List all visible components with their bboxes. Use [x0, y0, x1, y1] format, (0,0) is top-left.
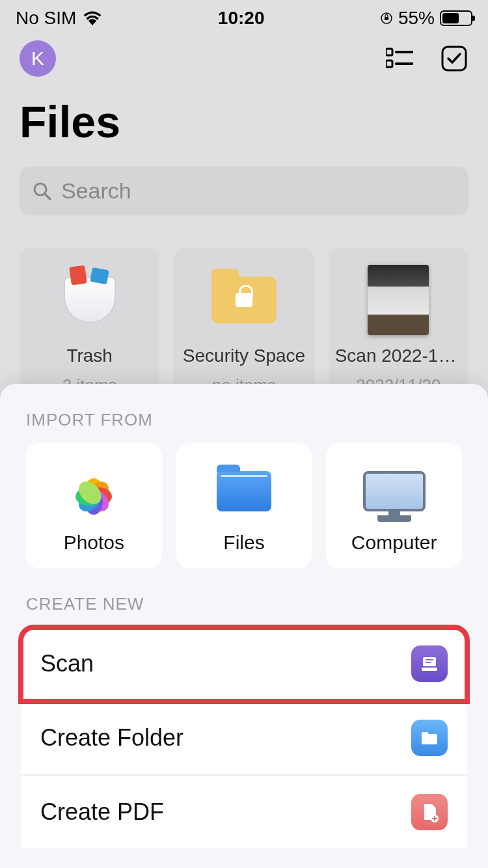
avatar[interactable]: K: [20, 40, 56, 77]
create-scan-button[interactable]: Scan: [21, 627, 467, 701]
file-grid: Trash 2 items Security Space no items Sc…: [0, 228, 488, 409]
photos-flower-icon: [61, 461, 126, 521]
battery-text: 55%: [398, 8, 435, 29]
create-folder-button[interactable]: Create Folder: [21, 701, 467, 776]
svg-rect-1: [385, 17, 388, 20]
trash-icon: [54, 267, 126, 332]
select-icon[interactable]: [440, 44, 468, 73]
battery-icon: [440, 10, 472, 26]
rotation-lock-icon: [380, 12, 393, 25]
list-view-icon[interactable]: [385, 44, 414, 73]
folder-icon: [411, 720, 448, 756]
action-sheet: IMPORT FROM Photos Files: [0, 384, 488, 868]
import-photos-button[interactable]: Photos: [26, 443, 162, 568]
import-section-title: IMPORT FROM: [0, 410, 488, 443]
header-bar: K: [0, 34, 488, 83]
create-section-title: CREATE NEW: [0, 594, 488, 627]
svg-line-8: [45, 194, 50, 199]
scanner-icon: [411, 645, 448, 682]
files-folder-icon: [211, 461, 277, 521]
search-placeholder: Search: [61, 178, 131, 204]
folder-lock-icon: [208, 267, 280, 332]
wifi-icon: [83, 11, 102, 25]
pdf-document-icon: [411, 794, 448, 830]
search-input[interactable]: Search: [20, 167, 468, 215]
pdf-thumbnail-icon: [362, 267, 434, 332]
import-computer-button[interactable]: Computer: [326, 443, 462, 568]
search-icon: [33, 182, 52, 201]
svg-rect-6: [442, 47, 466, 70]
svg-rect-3: [386, 61, 392, 67]
carrier-text: No SIM: [16, 8, 76, 29]
page-title: Files: [0, 83, 488, 154]
status-bar: No SIM 10:20 55%: [0, 0, 488, 34]
clock-time: 10:20: [218, 8, 265, 29]
computer-monitor-icon: [362, 461, 427, 521]
svg-rect-2: [386, 49, 392, 55]
svg-rect-10: [422, 668, 437, 671]
create-pdf-button[interactable]: Create PDF: [21, 776, 467, 848]
import-files-button[interactable]: Files: [176, 443, 312, 568]
